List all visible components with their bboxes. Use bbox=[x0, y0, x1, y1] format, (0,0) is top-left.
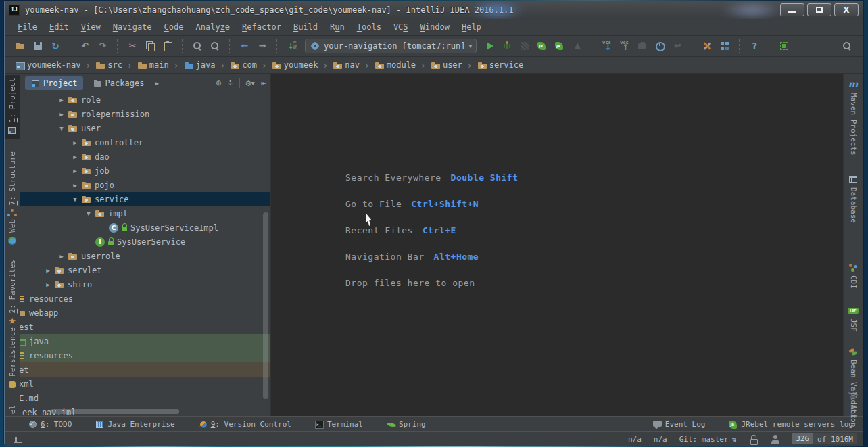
menu-help[interactable]: Help bbox=[456, 21, 487, 33]
toolwindow-button-event-log[interactable]: Event Log bbox=[652, 419, 706, 429]
git-branch-widget[interactable]: Git: master⇅ bbox=[679, 435, 736, 444]
menu-tools[interactable]: Tools bbox=[351, 21, 387, 33]
tree-row-est[interactable]: est bbox=[20, 320, 270, 334]
toolwindow-button-9-version-control[interactable]: 9: Version Control bbox=[198, 419, 291, 429]
breadcrumb-src[interactable]: src bbox=[93, 60, 124, 70]
tree-collapsed-arrow-icon[interactable]: ▶ bbox=[69, 139, 81, 146]
replace-button[interactable] bbox=[208, 39, 222, 53]
title-bar[interactable]: IJ youmeek-nav - [C:\Users\zhangchaohuan… bbox=[5, 1, 863, 19]
toolwindow-button-7-structure[interactable]: 7: Structure bbox=[5, 151, 20, 218]
tree-row-controller[interactable]: ▶controller bbox=[20, 135, 270, 149]
locate-icon[interactable] bbox=[216, 78, 222, 88]
breadcrumb-nav[interactable]: nav bbox=[331, 60, 362, 70]
tree-horizontal-scrollbar[interactable] bbox=[51, 409, 179, 414]
breadcrumb-youmeek-nav[interactable]: youmeek-nav bbox=[13, 60, 82, 70]
menu-navigate[interactable]: Navigate bbox=[107, 21, 158, 33]
breadcrumb-user[interactable]: user bbox=[429, 60, 464, 70]
tree-vertical-scrollbar[interactable] bbox=[263, 212, 268, 399]
tree-row-service[interactable]: ▼service bbox=[20, 192, 270, 206]
tree-collapsed-arrow-icon[interactable]: ▶ bbox=[55, 253, 68, 260]
collapse-all-icon[interactable] bbox=[228, 78, 233, 88]
toolwindow-button-persistence[interactable]: Persistence bbox=[5, 327, 20, 390]
toolwindow-button-2-favorites[interactable]: 2: Favorites bbox=[5, 260, 20, 327]
gear-menu-icon[interactable] bbox=[246, 78, 256, 88]
tree-collapsed-arrow-icon[interactable]: ▶ bbox=[42, 281, 54, 288]
sync-button[interactable] bbox=[48, 39, 63, 53]
tree-row-servlet[interactable]: ▶servlet bbox=[20, 263, 270, 277]
tree-row-sysuserserviceimpl[interactable]: SysUserServiceImpl bbox=[20, 220, 270, 235]
tree-expanded-arrow-icon[interactable]: ▼ bbox=[82, 210, 95, 217]
toolwindow-toggle-button[interactable] bbox=[10, 431, 25, 446]
menu-view[interactable]: View bbox=[75, 21, 107, 33]
breadcrumb-java[interactable]: java bbox=[182, 60, 218, 70]
back-button[interactable] bbox=[237, 39, 252, 53]
sort-button[interactable] bbox=[285, 39, 299, 53]
breadcrumb-service[interactable]: service bbox=[475, 60, 526, 70]
find-button[interactable] bbox=[190, 39, 205, 53]
tree-row-xml[interactable]: xml bbox=[20, 377, 270, 391]
project-structure-button[interactable] bbox=[717, 39, 732, 53]
history-button[interactable] bbox=[652, 39, 667, 53]
tree-expanded-arrow-icon[interactable]: ▼ bbox=[55, 125, 68, 132]
jrebel-debug-button[interactable] bbox=[552, 39, 567, 53]
maximize-button[interactable] bbox=[807, 3, 831, 16]
hide-panel-icon[interactable] bbox=[261, 78, 266, 88]
tree-collapsed-arrow-icon[interactable]: ▶ bbox=[69, 168, 81, 174]
toolwindow-button-maven-projects[interactable]: Maven Projects bbox=[844, 79, 863, 156]
toolwindow-button-el[interactable]: el bbox=[5, 405, 20, 414]
vcs-down-button[interactable] bbox=[600, 39, 614, 53]
menu-code[interactable]: Code bbox=[158, 21, 190, 33]
menu-run[interactable]: Run bbox=[324, 21, 351, 33]
status-position-widget[interactable]: n/a bbox=[654, 435, 667, 444]
tree-row-resources[interactable]: resources bbox=[20, 348, 270, 362]
settings-button[interactable] bbox=[700, 39, 715, 53]
status-position-widget[interactable]: n/a bbox=[628, 435, 642, 444]
close-button[interactable]: X bbox=[834, 3, 859, 16]
toolwindow-button-jrebel-remote-servers-log[interactable]: JRebel remote servers log bbox=[728, 419, 853, 429]
tree-row-e-md[interactable]: E.md bbox=[20, 391, 270, 405]
toolwindow-button-cdi[interactable]: CDI bbox=[844, 262, 863, 289]
tree-row-impl[interactable]: ▼impl bbox=[20, 206, 270, 220]
paste-button[interactable] bbox=[160, 39, 175, 53]
tree-row-shiro[interactable]: ▶shiro bbox=[20, 277, 270, 291]
breadcrumb-module[interactable]: module bbox=[372, 60, 418, 70]
forward-button[interactable] bbox=[255, 39, 270, 53]
tree-row-java[interactable]: java bbox=[20, 334, 270, 348]
search-everywhere-button[interactable] bbox=[840, 39, 854, 53]
menu-build[interactable]: Build bbox=[287, 21, 324, 33]
tree-row-dao[interactable]: ▶dao bbox=[20, 149, 270, 164]
toolwindow-button-database[interactable]: Database bbox=[844, 174, 863, 223]
play-button[interactable] bbox=[482, 39, 497, 53]
tree-collapsed-arrow-icon[interactable]: ▶ bbox=[55, 111, 68, 118]
toolwindow-button-spring[interactable]: Spring bbox=[386, 419, 426, 429]
toolwindow-button-terminal[interactable]: Terminal bbox=[314, 419, 363, 429]
tree-collapsed-arrow-icon[interactable]: ▶ bbox=[69, 182, 81, 189]
breadcrumb-youmeek[interactable]: youmeek bbox=[270, 60, 320, 70]
undo-button[interactable] bbox=[78, 39, 93, 53]
tab-project[interactable]: Project bbox=[25, 76, 83, 90]
toolwindow-button-ant[interactable]: Ant bbox=[844, 392, 863, 419]
copy-button[interactable] bbox=[143, 39, 158, 53]
tree-row-role[interactable]: ▶role bbox=[20, 93, 270, 107]
jrebel-save-button[interactable] bbox=[777, 39, 792, 53]
cut-button[interactable] bbox=[125, 39, 140, 53]
menu-analyze[interactable]: Analyze bbox=[190, 21, 237, 33]
tree-collapsed-arrow-icon[interactable]: ▶ bbox=[69, 154, 81, 160]
menu-vcs[interactable]: VCS bbox=[387, 21, 414, 33]
tree-row-pojo[interactable]: ▶pojo bbox=[20, 178, 270, 192]
tree-row-resources[interactable]: resources bbox=[20, 291, 270, 306]
tree-row-userrole[interactable]: ▶userrole bbox=[20, 249, 270, 263]
redo-button[interactable] bbox=[95, 39, 110, 53]
menu-refactor[interactable]: Refactor bbox=[236, 21, 287, 33]
jrebel-run-button[interactable] bbox=[535, 39, 550, 53]
tree-expanded-arrow-icon[interactable]: ▼ bbox=[69, 196, 81, 203]
tree-collapsed-arrow-icon[interactable]: ▶ bbox=[55, 97, 68, 103]
menu-window[interactable]: Window bbox=[414, 21, 456, 33]
tree-row-et[interactable]: et bbox=[20, 362, 270, 377]
tree-row-job[interactable]: ▶job bbox=[20, 164, 270, 178]
breadcrumb-com[interactable]: com bbox=[228, 60, 259, 70]
tree-row-sysuserservice[interactable]: SysUserService bbox=[20, 235, 270, 249]
tab-packages[interactable]: Packages bbox=[87, 76, 150, 90]
toolwindow-button-1-project[interactable]: 1: Project bbox=[5, 75, 20, 139]
menu-file[interactable]: File bbox=[11, 21, 43, 33]
